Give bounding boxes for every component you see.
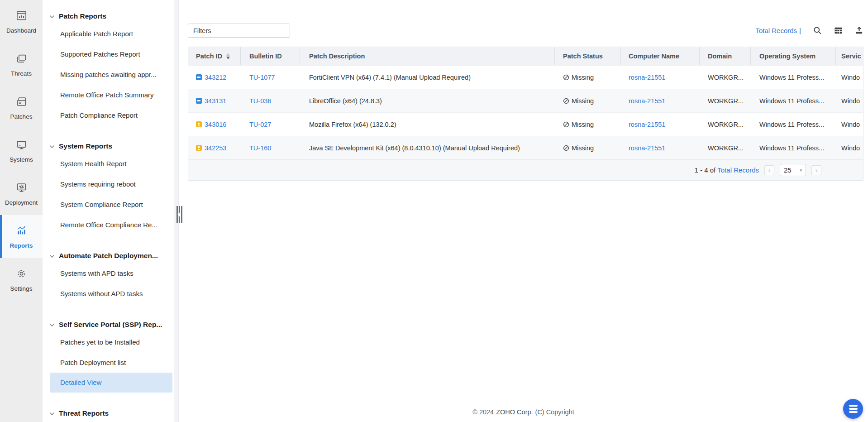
service-pack: Windo [836,97,863,105]
prev-page-button[interactable]: ‹ [764,165,774,175]
patch-id-link[interactable]: 342253 [205,144,226,152]
computer-name-link[interactable]: rosna-21551 [629,97,665,105]
sidebar-item-supported-patches-report[interactable]: Supported Patches Report [43,44,178,64]
section-ssp-reports: Self Service Portal (SSP) Rep... Patches… [43,317,178,393]
patch-status: Missing [572,97,594,105]
section-header-ssp-reports[interactable]: Self Service Portal (SSP) Rep... [43,317,178,332]
sidebar-item-patches-yet-to-be-installed[interactable]: Patches yet to be Installed [43,332,178,352]
filters-input[interactable] [188,24,290,38]
rail-item-deployment[interactable]: Deployment [0,172,43,215]
missing-icon [563,145,569,151]
section-apd-reports: Automate Patch Deploymen... Systems with… [43,249,178,304]
sidebar-item-patch-deployment-list[interactable]: Patch Deployment list [43,352,178,373]
rail-item-threats[interactable]: Threats [0,43,43,86]
patch-id-link[interactable]: 343212 [205,74,226,81]
toolbar: Total Records| [188,24,863,38]
column-header-service-pack[interactable]: Servic [836,47,863,65]
patch-id-link[interactable]: 343016 [205,121,226,128]
operating-system: Windows 11 Profess... [751,121,836,128]
computer-name-link[interactable]: rosna-21551 [629,144,665,152]
column-header-domain[interactable]: Domain [700,47,751,65]
service-pack: Windo [836,144,863,152]
column-header-patch-description[interactable]: Patch Description [300,47,555,65]
patch-status: Missing [572,121,594,128]
column-header-bulletin-id[interactable]: Bulletin ID [241,47,300,65]
export-icon[interactable] [855,26,863,35]
table-row[interactable]: 343212 TU-1077 FortiClient VPN (x64) (7.… [188,65,863,89]
deployment-icon [15,182,28,196]
missing-icon [563,121,569,128]
severity-important-icon [196,121,202,127]
sort-icon[interactable] [226,53,230,60]
sidebar-item-patch-compliance-report[interactable]: Patch Compliance Report [43,105,178,125]
rail-item-label: Deployment [5,199,38,206]
sidebar-item-remote-office-compliance-report[interactable]: Remote Office Compliance Re... [43,215,178,235]
section-title: Self Service Portal (SSP) Rep... [59,321,162,329]
sidebar-item-applicable-patch-report[interactable]: Applicable Patch Report [43,24,178,44]
sidebar-item-systems-without-apd-tasks[interactable]: Systems without APD tasks [43,283,178,304]
pagination-range: 1 - 4 ofTotal Records [695,166,759,174]
patch-id-link[interactable]: 343131 [205,97,226,105]
section-header-apd-reports[interactable]: Automate Patch Deploymen... [43,249,178,263]
sidebar-item-systems-requiring-reboot[interactable]: Systems requiring reboot [43,174,178,194]
chevron-down-icon [49,321,55,329]
total-records-link[interactable]: Total Records [755,27,797,34]
sidebar-item-system-health-report[interactable]: System Health Report [43,153,178,174]
sidebar-item-remote-office-patch-summary[interactable]: Remote Office Patch Summary [43,85,178,105]
bulletin-id-link[interactable]: TU-160 [249,144,271,152]
patch-status: Missing [572,74,594,81]
section-system-reports: System Reports System Health Report Syst… [43,139,178,235]
section-title: Automate Patch Deploymen... [59,252,158,260]
column-header-patch-id[interactable]: Patch ID [188,47,241,65]
severity-moderate-icon [196,98,202,104]
sidebar-resize-handle[interactable] [176,206,183,223]
total-records-toggle[interactable]: Total Records| [755,27,801,34]
floating-menu-button[interactable] [843,399,863,419]
rail-item-patches[interactable]: Patches [0,86,43,129]
rail-item-label: Dashboard [6,27,36,34]
rail-item-reports[interactable]: Reports [0,215,43,258]
column-header-computer-name[interactable]: Computer Name [621,47,700,65]
sidebar-item-system-compliance-report[interactable]: System Compliance Report [43,194,178,215]
column-header-patch-status[interactable]: Patch Status [555,47,621,65]
severity-important-icon [196,145,202,151]
section-header-system-reports[interactable]: System Reports [43,139,178,153]
page-size-select[interactable]: 25 ▾ [780,164,806,176]
bulletin-id-link[interactable]: TU-036 [249,97,271,105]
next-page-button[interactable]: › [811,165,821,175]
domain: WORKGR... [700,121,751,128]
rail-item-label: Threats [11,70,32,77]
total-records-count-link[interactable]: Total Records [717,166,759,174]
patch-description: LibreOffice (x64) (24.8.3) [300,97,555,105]
sidebar-item-missing-patches-awaiting-approval[interactable]: Missing patches awaiting appr... [43,64,178,85]
bulletin-id-link[interactable]: TU-1077 [249,74,275,81]
patch-description: FortiClient VPN (x64) (7.4.1) (Manual Up… [300,74,555,81]
section-header-threat-reports[interactable]: Threat Reports [43,406,178,421]
rail-item-settings[interactable]: Settings [0,258,43,301]
rail-item-dashboard[interactable]: Dashboard [0,0,43,43]
threats-icon [15,53,28,67]
table-row[interactable]: 343016 TU-027 Mozilla Firefox (x64) (132… [188,112,863,136]
table-row[interactable]: 343131 TU-036 LibreOffice (x64) (24.8.3)… [188,89,863,112]
search-icon[interactable] [813,26,822,35]
section-patch-reports: Patch Reports Applicable Patch Report Su… [43,9,178,125]
patch-description: Mozilla Firefox (x64) (132.0.2) [300,121,555,128]
sidebar-item-detailed-view[interactable]: Detailed View [50,373,172,393]
domain: WORKGR... [700,144,751,152]
bulletin-id-link[interactable]: TU-027 [249,121,271,128]
column-header-operating-system[interactable]: Operating System [751,47,836,65]
computer-name-link[interactable]: rosna-21551 [629,74,665,81]
section-title: Patch Reports [59,12,106,20]
table-view-icon[interactable] [834,26,843,35]
main-content: Total Records| Patch ID Bulletin ID Patc… [179,0,868,422]
rail-item-systems[interactable]: Systems [0,129,43,172]
table-row[interactable]: 342253 TU-160 Java SE Development Kit (x… [188,136,863,159]
sidebar-item-systems-with-apd-tasks[interactable]: Systems with APD tasks [43,263,178,283]
rail-item-label: Patches [10,113,33,120]
computer-name-link[interactable]: rosna-21551 [629,121,665,128]
service-pack: Windo [836,121,863,128]
section-header-patch-reports[interactable]: Patch Reports [43,9,178,24]
zoho-corp-link[interactable]: ZOHO Corp. [496,408,533,416]
caret-down-icon: ▾ [800,168,802,173]
patches-icon [15,96,28,110]
